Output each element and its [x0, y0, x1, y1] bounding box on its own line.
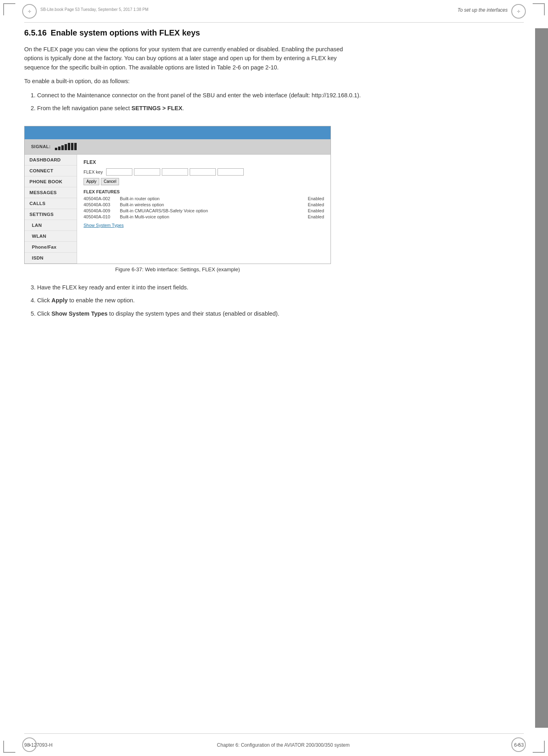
section-number: 6.5.16 [24, 28, 47, 38]
nav-isdn[interactable]: ISDN [25, 253, 77, 264]
step-4-bold: Apply [51, 297, 67, 304]
footer-center: Chapter 6: Configuration of the AVIATOR … [217, 742, 350, 748]
compass-tl-icon: ✛ [22, 4, 37, 19]
signal-bar-3 [61, 145, 64, 150]
corner-tl [3, 3, 15, 15]
flex-key-label: FLEX key [84, 170, 105, 174]
steps-list-2: Have the FLEX key ready and enter it int… [37, 283, 524, 318]
nav-messages[interactable]: MESSAGES [25, 187, 77, 198]
figure-container: SIGNAL: DASHBOARD CONNECT PHONE BOO [24, 126, 331, 279]
top-rule [24, 22, 524, 23]
feature-status-1: Enabled [308, 196, 324, 201]
cancel-button[interactable]: Cancel [101, 178, 119, 185]
step-2: From the left navigation pane select SET… [37, 104, 524, 113]
nav-wlan[interactable]: WLAN [25, 231, 77, 242]
feature-row-1: 405040A-002 Built-in router option Enabl… [84, 196, 324, 201]
corner-bl [3, 741, 15, 753]
step-5-suffix: to display the system types and their st… [108, 310, 280, 317]
flex-key-input-4[interactable] [190, 168, 216, 176]
corner-br [533, 741, 545, 753]
feature-status-4: Enabled [308, 214, 324, 219]
signal-bar-6 [71, 143, 73, 150]
page-header: To set up the interfaces [458, 7, 508, 13]
step-4-suffix: to enable the new option. [68, 297, 135, 304]
step-1: Connect to the Maintenance connector on … [37, 91, 524, 100]
figure-caption: Figure 6-37: Web interface: Settings, FL… [24, 266, 331, 272]
nav-settings[interactable]: SETTINGS [25, 209, 77, 220]
webui-header-bar [25, 126, 330, 139]
step-5: Click Show System Types to display the s… [37, 309, 524, 318]
feature-row-2: 405040A-003 Built-in wireless option Ena… [84, 202, 324, 207]
step-3: Have the FLEX key ready and enter it int… [37, 283, 524, 292]
step-5-prefix: Click [37, 310, 51, 317]
feature-status-3: Enabled [308, 208, 324, 213]
step-1-text: Connect to the Maintenance connector on … [37, 92, 361, 98]
show-system-types-link[interactable]: Show System Types [84, 223, 123, 228]
nav-connect[interactable]: CONNECT [25, 165, 77, 176]
step-3-text: Have the FLEX key ready and enter it int… [37, 284, 188, 291]
steps-list: Connect to the Maintenance connector on … [37, 91, 524, 113]
feature-id-4: 405040A-010 [84, 214, 120, 219]
right-sidebar-bar [535, 28, 548, 728]
webui-main-pane: FLEX FLEX key Apply Cancel [77, 155, 330, 264]
feature-desc-3: Built-in CMU/ACARS/SB-Safety Voice optio… [120, 208, 308, 213]
nav-dashboard[interactable]: DASHBOARD [25, 155, 77, 165]
corner-tr [533, 3, 545, 15]
step-2-prefix: From the left navigation pane select [37, 105, 132, 111]
flex-section-title: FLEX [84, 159, 324, 165]
webui-body: DASHBOARD CONNECT PHONE BOOK MESSAGES CA… [25, 155, 330, 264]
webui-signal-bar: SIGNAL: [25, 139, 330, 155]
signal-bar-2 [58, 147, 61, 150]
webui-nav: DASHBOARD CONNECT PHONE BOOK MESSAGES CA… [25, 155, 77, 264]
figure-box: SIGNAL: DASHBOARD CONNECT PHONE BOO [24, 126, 331, 264]
nav-calls[interactable]: CALLS [25, 198, 77, 209]
main-content: 6.5.16 Enable system options with FLEX k… [24, 28, 524, 728]
flex-key-row: FLEX key [84, 168, 324, 176]
feature-row-4: 405040A-010 Built-in Multi-voice option … [84, 214, 324, 219]
action-buttons: Apply Cancel [84, 178, 324, 185]
signal-bar-7 [74, 143, 77, 150]
book-label: SB-Lite.book Page 53 Tuesday, September … [40, 7, 149, 12]
footer-left: 98-127093-H [24, 742, 52, 748]
footer-right: 6-53 [514, 742, 524, 748]
feature-desc-2: Built-in wireless option [120, 202, 308, 207]
signal-bar-1 [55, 148, 57, 150]
section-heading: 6.5.16 Enable system options with FLEX k… [24, 28, 524, 38]
step-4: Click Apply to enable the new option. [37, 296, 524, 305]
signal-label: SIGNAL: [31, 144, 51, 149]
signal-bar-5 [68, 143, 70, 150]
step-5-bold: Show System Types [51, 310, 107, 317]
section-title: Enable system options with FLEX keys [51, 28, 200, 38]
nav-phonebook[interactable]: PHONE BOOK [25, 176, 77, 187]
body-text-2: To enable a built-in option, do as follo… [24, 77, 359, 86]
step-4-prefix: Click [37, 297, 51, 304]
bottom-rule [24, 733, 524, 734]
step-2-suffix: . [182, 105, 184, 111]
flex-key-input-5[interactable] [218, 168, 244, 176]
flex-key-input-1[interactable] [106, 168, 132, 176]
nav-phonefax[interactable]: Phone/Fax [25, 242, 77, 253]
flex-key-input-3[interactable] [162, 168, 188, 176]
signal-bar-4 [65, 144, 67, 150]
feature-id-1: 405040A-002 [84, 196, 120, 201]
flex-key-input-2[interactable] [134, 168, 160, 176]
page-footer: 98-127093-H Chapter 6: Configuration of … [24, 742, 524, 748]
flex-features-title: FLEX FEATURES [84, 189, 324, 194]
feature-status-2: Enabled [308, 202, 324, 207]
nav-lan[interactable]: LAN [25, 220, 77, 231]
feature-id-2: 405040A-003 [84, 202, 120, 207]
feature-id-3: 405040A-009 [84, 208, 120, 213]
body-text-1: On the FLEX page you can view the option… [24, 45, 359, 72]
feature-desc-1: Built-in router option [120, 196, 308, 201]
feature-desc-4: Built-in Multi-voice option [120, 214, 308, 219]
signal-bars [55, 143, 77, 150]
apply-button[interactable]: Apply [84, 178, 99, 185]
compass-tr-icon: ✛ [511, 4, 526, 19]
step-2-bold: SETTINGS > FLEX [132, 105, 182, 111]
feature-row-3: 405040A-009 Built-in CMU/ACARS/SB-Safety… [84, 208, 324, 213]
